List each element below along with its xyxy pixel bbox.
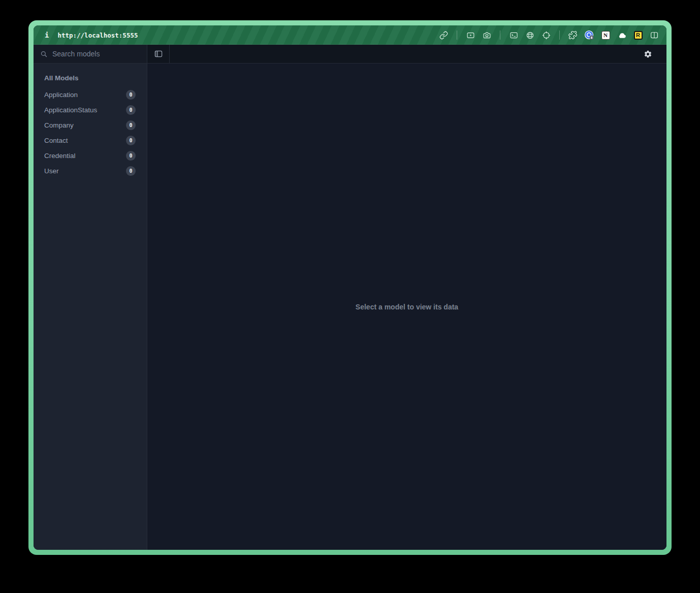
toolbar-separator: [500, 30, 500, 40]
model-label: Credential: [44, 152, 76, 160]
sidebar-item-user[interactable]: User 0: [34, 163, 147, 178]
browser-titlebar: i http://localhost:5555: [34, 25, 666, 45]
model-count-badge: 0: [126, 90, 136, 100]
notion-icon[interactable]: N: [600, 30, 611, 40]
onepassword-icon[interactable]: [584, 30, 594, 40]
sidebar-item-application[interactable]: Application 0: [34, 87, 147, 102]
model-label: Contact: [44, 137, 68, 144]
model-count-badge: 0: [126, 151, 136, 161]
link-icon[interactable]: [438, 30, 449, 40]
content-area: All Models Application 0 ApplicationStat…: [34, 64, 666, 550]
titlebar-toolbar: N R: [438, 30, 659, 40]
studio-header: [34, 45, 666, 64]
settings-gear-icon[interactable]: [642, 48, 653, 59]
cloud-icon[interactable]: [617, 30, 627, 40]
sidebar-toggle-button[interactable]: [147, 45, 170, 63]
model-label: Application: [44, 91, 78, 99]
r-extension-letter: R: [634, 31, 643, 40]
model-count-badge: 0: [126, 105, 136, 115]
sidebar-item-company[interactable]: Company 0: [34, 117, 147, 133]
toolbar-separator: [559, 30, 560, 40]
models-sidebar: All Models Application 0 ApplicationStat…: [34, 64, 147, 550]
search-icon: [40, 50, 48, 58]
notion-letter: N: [601, 31, 610, 40]
sidebar-title: All Models: [34, 70, 147, 85]
sidebar-item-applicationstatus[interactable]: ApplicationStatus 0: [34, 102, 147, 117]
model-label: Company: [44, 121, 74, 129]
panel-split-icon[interactable]: [649, 30, 659, 40]
model-label: User: [44, 167, 59, 175]
r-extension-icon[interactable]: R: [633, 30, 643, 40]
screenshot-icon[interactable]: [465, 30, 475, 40]
browser-window: i http://localhost:5555: [28, 20, 672, 555]
toolbar-separator: [457, 30, 457, 40]
camera-icon[interactable]: [482, 30, 492, 40]
model-label: ApplicationStatus: [44, 106, 97, 114]
globe-icon[interactable]: [525, 30, 535, 40]
info-icon[interactable]: i: [45, 31, 49, 39]
header-actions: [170, 45, 666, 63]
search-input[interactable]: [52, 50, 140, 58]
model-count-badge: 0: [126, 136, 136, 145]
terminal-icon[interactable]: [508, 30, 519, 40]
model-count-badge: 0: [126, 166, 136, 176]
sidebar-item-contact[interactable]: Contact 0: [34, 133, 147, 148]
model-count-badge: 0: [126, 120, 136, 130]
crosshair-icon[interactable]: [541, 30, 551, 40]
search-bar: [34, 45, 147, 63]
sidebar-item-credential[interactable]: Credential 0: [34, 148, 147, 163]
empty-state-message: Select a model to view its data: [356, 303, 458, 311]
main-panel: Select a model to view its data: [147, 64, 666, 550]
app-frame: i http://localhost:5555: [34, 25, 666, 550]
url-bar[interactable]: http://localhost:5555: [57, 32, 138, 39]
puzzle-extensions-icon[interactable]: [568, 30, 578, 40]
